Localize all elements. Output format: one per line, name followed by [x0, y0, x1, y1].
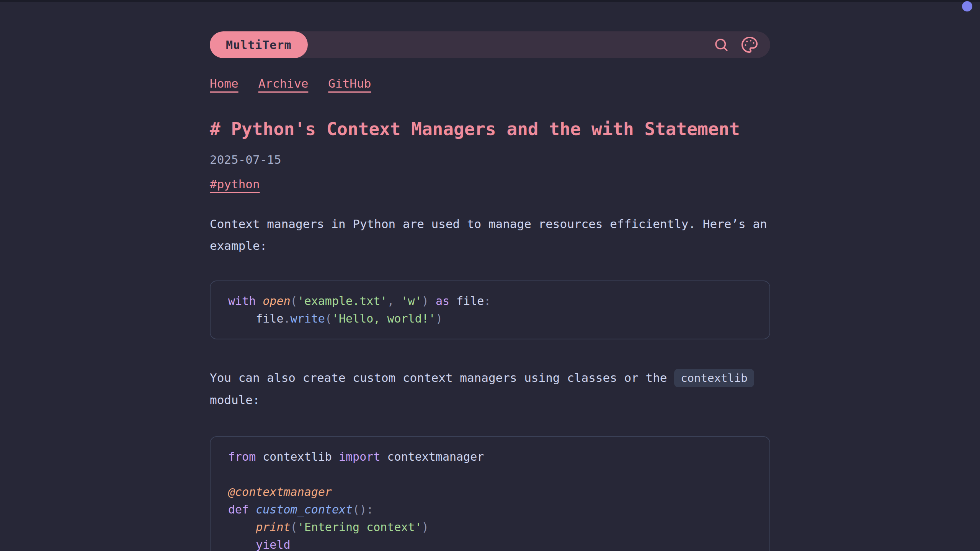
main-nav: Home Archive GitHub — [210, 77, 770, 90]
tag-link-python[interactable]: #python — [210, 177, 260, 191]
palette-icon — [741, 36, 758, 54]
site-header: MultiTerm — [210, 31, 770, 58]
code-line: file.write('Hello, world!') — [228, 310, 752, 328]
text-run: You can also create custom context manag… — [210, 371, 674, 385]
search-button[interactable] — [712, 36, 730, 54]
site-logo[interactable]: MultiTerm — [210, 31, 308, 58]
code-line: from contextlib import contextmanager — [228, 448, 752, 466]
nav-link-github[interactable]: GitHub — [328, 77, 371, 90]
nav-link-home[interactable]: Home — [210, 77, 238, 90]
code-block-with-open: with open('example.txt', 'w') as file: f… — [210, 280, 770, 339]
code-line: with open('example.txt', 'w') as file: — [228, 292, 752, 310]
code-line: print('Entering context') — [228, 518, 752, 536]
post-date: 2025-07-15 — [210, 153, 770, 166]
post-title: # Python's Context Managers and the with… — [210, 119, 770, 140]
search-icon — [713, 37, 729, 53]
nav-link-archive[interactable]: Archive — [258, 77, 309, 90]
text-run: module: — [210, 393, 260, 407]
code-line — [228, 466, 752, 483]
scrollbar-dot[interactable] — [962, 1, 972, 11]
intro-paragraph: Context managers in Python are used to m… — [210, 213, 770, 257]
post-content: # Python's Context Managers and the with… — [210, 119, 770, 551]
code-line: def custom_context(): — [228, 501, 752, 518]
code-line: yield — [228, 536, 752, 551]
inline-code: contextlib — [674, 369, 754, 387]
contextlib-paragraph: You can also create custom context manag… — [210, 367, 770, 411]
window-top-edge — [0, 0, 980, 2]
post-tags: #python — [210, 177, 770, 191]
page-container: MultiTerm Home Archive GitHub — [210, 0, 770, 551]
code-block-contextmanager: from contextlib import contextmanager @c… — [210, 436, 770, 551]
code-line: @contextmanager — [228, 483, 752, 501]
theme-picker-button[interactable] — [740, 36, 759, 54]
header-actions — [712, 36, 770, 54]
